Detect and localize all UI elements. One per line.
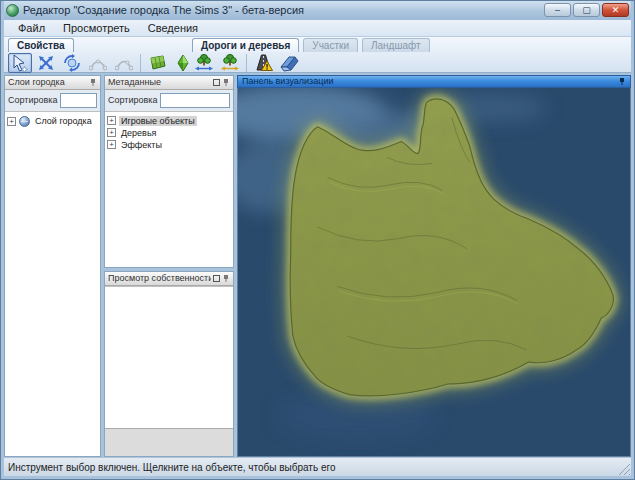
tree-swap-icon	[220, 53, 240, 72]
road-tool-icon	[279, 53, 299, 72]
toolbar-separator	[140, 54, 141, 72]
pin-icon[interactable]	[222, 274, 230, 283]
tab-band: Свойства	[4, 37, 631, 73]
property-view-content	[105, 286, 233, 428]
menu-file[interactable]: Файл	[10, 21, 53, 35]
tree-item-trees[interactable]: + Деревья	[107, 127, 231, 139]
pin-icon[interactable]	[222, 78, 230, 87]
expander-icon[interactable]: +	[107, 128, 116, 137]
curve-icon	[89, 54, 107, 72]
plumbob-icon	[174, 54, 192, 72]
expander-icon[interactable]: +	[107, 116, 116, 125]
terrain-tile-tool-button[interactable]	[145, 53, 169, 73]
metadata-panel-title: Метаданные	[108, 77, 211, 87]
tree-item-town-layer[interactable]: + Слой городка	[7, 115, 98, 128]
sort-label: Сортировка	[108, 95, 157, 105]
window-title: Редактор "Создание городка The Sims 3" -…	[23, 4, 540, 16]
road-tool-button[interactable]	[277, 53, 301, 73]
tree-move-tool-button[interactable]	[192, 53, 216, 73]
properties-toolbar	[4, 52, 195, 73]
metadata-panel: Метаданные Сортировка + Игровые объекты	[104, 75, 234, 268]
curve-tool-button-1[interactable]	[86, 53, 110, 73]
sort-label: Сортировка	[8, 95, 57, 105]
tab-properties[interactable]: Свойства	[8, 38, 74, 52]
viewport-title: Панель визуализации	[242, 76, 616, 86]
properties-tab-group: Свойства	[4, 37, 195, 73]
move-tool-button[interactable]	[34, 53, 58, 73]
tree-move-icon	[194, 53, 214, 72]
toolbar-separator	[246, 54, 247, 72]
world-viewport[interactable]	[237, 88, 631, 457]
town-layers-panel: Слои городка Сортировка + Слой городка	[4, 75, 101, 457]
road-warning-icon	[254, 53, 273, 72]
tab-roads-trees[interactable]: Дороги и деревья	[192, 38, 299, 52]
metadata-sort-input[interactable]	[160, 93, 230, 108]
cursor-icon	[11, 54, 29, 72]
viewport-header: Панель визуализации	[237, 75, 631, 88]
status-text: Инструмент выбор включен. Щелкните на об…	[8, 462, 335, 473]
metadata-tree: + Игровые объекты + Деревья + Эффекты	[105, 111, 233, 267]
menu-bar: Файл Просмотреть Сведения	[4, 20, 631, 37]
maximize-panel-icon[interactable]	[213, 79, 220, 86]
pin-icon[interactable]	[89, 78, 97, 87]
roads-trees-tab-group: Дороги и деревья Участки Ландшафт	[192, 37, 430, 73]
title-bar: Редактор "Создание городка The Sims 3" -…	[4, 1, 631, 20]
pin-icon[interactable]	[618, 77, 626, 86]
maximize-button[interactable]: ▢	[573, 3, 600, 17]
globe-icon	[19, 116, 30, 127]
property-view-panel: Просмотр собственности	[104, 271, 234, 457]
town-layers-tree: + Слой городка	[5, 111, 100, 456]
close-button[interactable]: ✕	[602, 3, 629, 17]
expander-icon[interactable]: +	[107, 140, 116, 149]
tab-landscape[interactable]: Ландшафт	[362, 38, 430, 52]
minimize-button[interactable]: –	[544, 3, 571, 17]
resize-grip[interactable]	[618, 463, 630, 475]
app-icon	[6, 4, 19, 17]
tab-lots[interactable]: Участки	[303, 38, 358, 52]
menu-info[interactable]: Сведения	[140, 21, 206, 35]
status-bar: Инструмент выбор включен. Щелкните на об…	[4, 457, 631, 476]
property-description-area	[105, 428, 233, 456]
curve-icon	[115, 54, 133, 72]
curve-tool-button-2[interactable]	[112, 53, 136, 73]
roads-trees-toolbar	[192, 52, 430, 73]
island-map	[238, 88, 630, 456]
tree-swap-tool-button[interactable]	[218, 53, 242, 73]
main-area: Слои городка Сортировка + Слой городка	[4, 73, 631, 457]
app-window: Редактор "Создание городка The Sims 3" -…	[0, 0, 635, 480]
expander-icon[interactable]: +	[7, 117, 16, 126]
tree-item-effects[interactable]: + Эффекты	[107, 139, 231, 151]
town-layers-sort-input[interactable]	[60, 93, 97, 108]
rotate-tool-button[interactable]	[60, 53, 84, 73]
select-tool-button[interactable]	[8, 53, 32, 73]
road-warning-tool-button[interactable]	[251, 53, 275, 73]
property-view-panel-title: Просмотр собственности	[108, 273, 211, 283]
menu-view[interactable]: Просмотреть	[55, 21, 138, 35]
tree-item-game-objects[interactable]: + Игровые объекты	[107, 115, 231, 127]
rotate-icon	[63, 54, 81, 72]
terrain-tile-icon	[147, 54, 167, 72]
town-layers-panel-title: Слои городка	[8, 77, 87, 87]
move-icon	[37, 54, 55, 72]
maximize-panel-icon[interactable]	[213, 275, 220, 282]
